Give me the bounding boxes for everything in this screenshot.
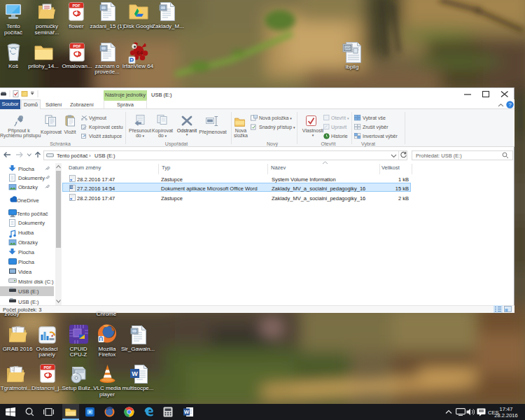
svg-text:W: W	[132, 370, 138, 377]
svg-text:?: ?	[508, 102, 512, 108]
svg-text:W: W	[184, 409, 190, 415]
svg-text:PDF: PDF	[74, 44, 82, 48]
svg-text:PDF: PDF	[44, 365, 52, 370]
svg-text:64: 64	[136, 50, 143, 56]
svg-text:PDF: PDF	[73, 4, 81, 8]
